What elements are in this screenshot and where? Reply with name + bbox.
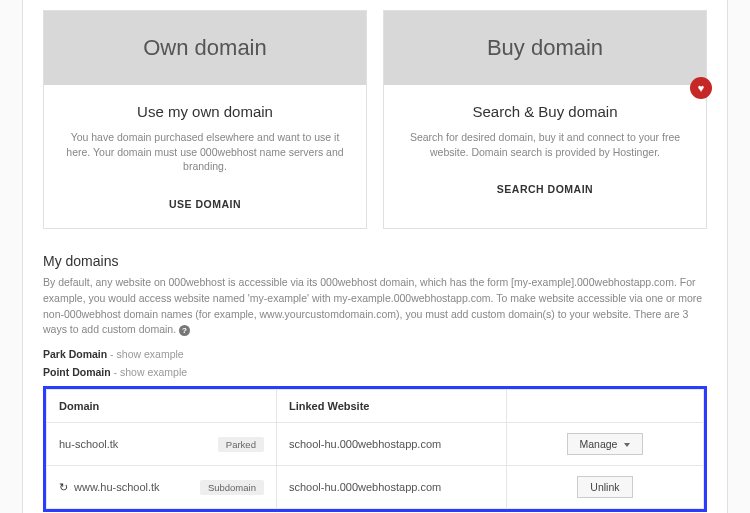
own-domain-card: Own domain Use my own domain You have do…: [43, 10, 367, 229]
header-actions: [506, 390, 703, 423]
park-domain-row: Park Domain - show example: [43, 348, 707, 360]
domain-name: www.hu-school.tk: [74, 481, 160, 493]
unlink-button-label: Unlink: [590, 481, 619, 493]
domain-tag-parked: Parked: [218, 437, 264, 452]
point-domain-show-example[interactable]: show example: [120, 366, 187, 378]
my-domains-desc-text: By default, any website on 000webhost is…: [43, 276, 702, 335]
domains-table-highlight: Domain Linked Website hu-school.tk Parke…: [43, 386, 707, 512]
unlink-button[interactable]: Unlink: [577, 476, 632, 498]
chevron-down-icon: [624, 443, 630, 447]
manage-button-label: Manage: [580, 438, 618, 450]
page-container: Own domain Use my own domain You have do…: [22, 0, 728, 513]
help-icon[interactable]: ?: [179, 325, 190, 336]
park-domain-show-example[interactable]: show example: [117, 348, 184, 360]
manage-button[interactable]: Manage: [567, 433, 644, 455]
header-domain: Domain: [47, 390, 277, 423]
domain-tag-subdomain: Subdomain: [200, 480, 264, 495]
table-row: hu-school.tk Parked school-hu.000webhost…: [47, 423, 704, 466]
option-cards: Own domain Use my own domain You have do…: [43, 10, 707, 229]
domain-name: hu-school.tk: [59, 438, 118, 450]
buy-domain-body: Search & Buy domain Search for desired d…: [384, 85, 706, 213]
buy-domain-desc: Search for desired domain, buy it and co…: [402, 130, 688, 159]
table-header-row: Domain Linked Website: [47, 390, 704, 423]
point-domain-sep: -: [111, 366, 120, 378]
subdomain-arrow-icon: ↻: [59, 481, 68, 494]
linked-website: school-hu.000webhostapp.com: [276, 466, 506, 509]
park-domain-sep: -: [107, 348, 116, 360]
own-domain-body: Use my own domain You have domain purcha…: [44, 85, 366, 228]
heart-icon[interactable]: ♥: [690, 77, 712, 99]
buy-domain-title: Search & Buy domain: [402, 103, 688, 120]
domains-table: Domain Linked Website hu-school.tk Parke…: [46, 389, 704, 509]
buy-domain-card: Buy domain ♥ Search & Buy domain Search …: [383, 10, 707, 229]
header-linked: Linked Website: [276, 390, 506, 423]
use-domain-button[interactable]: USE DOMAIN: [62, 192, 348, 216]
table-row: ↻ www.hu-school.tk Subdomain school-hu.0…: [47, 466, 704, 509]
own-domain-header: Own domain: [44, 11, 366, 85]
domain-cell: ↻ www.hu-school.tk Subdomain: [59, 480, 264, 495]
own-domain-title: Use my own domain: [62, 103, 348, 120]
buy-domain-header: Buy domain: [384, 11, 706, 85]
point-domain-row: Point Domain - show example: [43, 366, 707, 378]
point-domain-label: Point Domain: [43, 366, 111, 378]
my-domains-desc: By default, any website on 000webhost is…: [43, 275, 707, 338]
search-domain-button[interactable]: SEARCH DOMAIN: [402, 177, 688, 201]
linked-website: school-hu.000webhostapp.com: [276, 423, 506, 466]
own-domain-desc: You have domain purchased elsewhere and …: [62, 130, 348, 174]
domain-cell: hu-school.tk Parked: [59, 437, 264, 452]
my-domains-title: My domains: [43, 253, 707, 269]
park-domain-label: Park Domain: [43, 348, 107, 360]
